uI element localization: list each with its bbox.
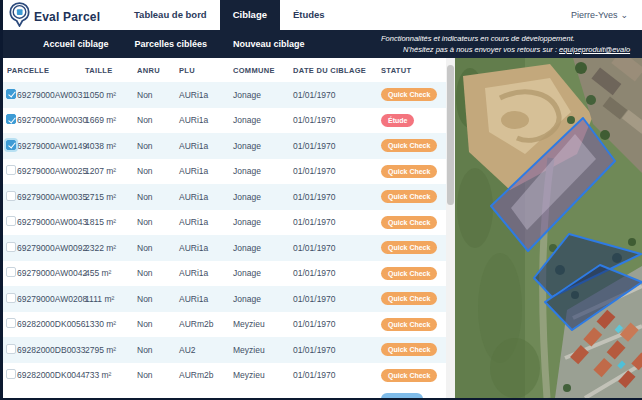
parcel-anru: Non (137, 268, 179, 278)
parcel-anru: Non (137, 370, 179, 380)
status-button[interactable]: Quick Check (381, 343, 437, 356)
parcel-commune: Meyzieu (233, 370, 293, 380)
status-button[interactable]: Quick Check (381, 369, 437, 382)
parcel-anru: Non (137, 345, 179, 355)
parcel-plu: AURi1a (179, 217, 233, 227)
parcel-id: 69279000AW0092 (17, 243, 85, 253)
parcel-commune: Meyzieu (233, 319, 293, 329)
row-checkbox[interactable] (6, 242, 16, 252)
parcel-plu: AURm2b (179, 319, 233, 329)
subnav-nouveau-ciblage[interactable]: Nouveau ciblage (233, 39, 305, 49)
status-button[interactable]: Quick Check (381, 267, 437, 280)
partial-status-button[interactable] (381, 393, 423, 398)
status-button[interactable]: Quick Check (381, 88, 437, 101)
parcel-id: 69279000AW0149 (17, 141, 85, 151)
tab-ciblage[interactable]: Ciblage (220, 0, 280, 30)
row-checkbox[interactable] (6, 165, 16, 175)
map-satellite[interactable] (455, 58, 642, 398)
parcel-commune: Jonage (233, 90, 293, 100)
dev-notice-line2: N'hésitez pas à nous envoyer vos retours… (403, 45, 630, 54)
table-row[interactable]: 69279000AW0042 455 m² Non AURi1a Jonage … (3, 261, 446, 287)
table-row[interactable]: 69282000DB0033 2795 m² Non AU2 Meyzieu 0… (3, 337, 446, 363)
tab-tableau-de-bord[interactable]: Tableau de bord (121, 0, 220, 30)
status-button[interactable]: Quick Check (381, 318, 437, 331)
parcel-plu: AU2 (179, 345, 233, 355)
parcel-anru: Non (137, 90, 179, 100)
parcel-taille: 2795 m² (85, 345, 137, 355)
parcel-anru: Non (137, 115, 179, 125)
parcel-date: 01/01/1970 (293, 319, 381, 329)
col-header-plu: PLU (179, 66, 233, 75)
parcel-date: 01/01/1970 (293, 166, 381, 176)
parcel-id: 69282000DB0033 (17, 345, 85, 355)
table-row[interactable]: 69279000AW0043 1815 m² Non AURi1a Jonage… (3, 210, 446, 236)
parcel-anru: Non (137, 166, 179, 176)
parcel-anru: Non (137, 141, 179, 151)
parcel-id: 69279000AW0208 (17, 294, 85, 304)
tab-etudes[interactable]: Études (280, 0, 338, 30)
row-checkbox[interactable] (6, 191, 16, 201)
parcel-commune: Jonage (233, 243, 293, 253)
parcel-id: 69279000AW0025 (17, 166, 85, 176)
subnav-accueil-ciblage[interactable]: Accueil ciblage (43, 39, 109, 49)
brand-name: Eval Parcel (34, 10, 100, 24)
table-row[interactable]: 69279000AW0208 1111 m² Non AURi1a Jonage… (3, 286, 446, 312)
status-button[interactable]: Quick Check (381, 139, 437, 152)
status-button[interactable]: Quick Check (381, 190, 437, 203)
table-row[interactable]: 69279000AW0092 2322 m² Non AURi1a Jonage… (3, 235, 446, 261)
logo[interactable]: Eval Parcel (9, 2, 100, 31)
status-button[interactable]: Quick Check (381, 216, 437, 229)
parcel-commune: Jonage (233, 217, 293, 227)
status-button[interactable]: Étude (381, 114, 414, 127)
dev-notice-line2-text: N'hésitez pas à nous envoyer vos retours… (403, 45, 559, 54)
parcel-commune: Jonage (233, 115, 293, 125)
parcel-date: 01/01/1970 (293, 141, 381, 151)
feedback-email-link[interactable]: equipeproduit@evalo (559, 45, 630, 54)
row-checkbox[interactable] (6, 344, 16, 354)
table-header-row: Parcelle Taille ANRU PLU Commune Date du… (3, 58, 446, 82)
table-body: 69279000AW0031 1050 m² Non AURi1a Jonage… (3, 82, 446, 388)
parcel-plu: AURi1a (179, 243, 233, 253)
col-header-parcelle: Parcelle (3, 66, 85, 75)
parcel-id: 69282000DK0056 (17, 319, 85, 329)
parcel-date: 01/01/1970 (293, 192, 381, 202)
table-row[interactable]: 69282000DK0044 733 m² Non AURm2b Meyzieu… (3, 363, 446, 389)
status-button[interactable]: Quick Check (381, 241, 437, 254)
subnav-parcelles-ciblees[interactable]: Parcelles ciblées (135, 39, 208, 49)
parcel-taille: 733 m² (85, 370, 137, 380)
dev-notice-line1: Fonctionnalités et indicateurs en cours … (381, 34, 575, 43)
col-header-commune: Commune (233, 66, 293, 75)
table-row[interactable]: 69279000AW0031 1050 m² Non AURi1a Jonage… (3, 82, 446, 108)
parcel-date: 01/01/1970 (293, 115, 381, 125)
row-checkbox[interactable] (6, 369, 16, 379)
parcel-anru: Non (137, 319, 179, 329)
parcel-plu: AURi1a (179, 294, 233, 304)
status-button[interactable]: Quick Check (381, 165, 437, 178)
user-name: Pierre-Yves (571, 0, 618, 30)
parcel-anru: Non (137, 192, 179, 202)
user-menu[interactable]: Pierre-Yves ⌄ (571, 0, 628, 30)
parcel-id: 69279000AW0042 (17, 268, 85, 278)
table-row[interactable]: 69279000AW0030 1669 m² Non AURi1a Jonage… (3, 108, 446, 134)
row-checkbox[interactable] (6, 114, 16, 124)
table-row[interactable]: 69279000AW0035 2715 m² Non AURi1a Jonage… (3, 184, 446, 210)
table-row[interactable]: 69282000DK0056 1330 m² Non AURm2b Meyzie… (3, 312, 446, 338)
parcel-id: 69279000AW0030 (17, 115, 85, 125)
parcel-anru: Non (137, 217, 179, 227)
parcel-commune: Jonage (233, 294, 293, 304)
parcel-id: 69279000AW0031 (17, 90, 85, 100)
status-button[interactable]: Quick Check (381, 292, 437, 305)
parcel-table: Parcelle Taille ANRU PLU Commune Date du… (3, 58, 446, 398)
row-checkbox[interactable] (6, 267, 16, 277)
scrollbar-thumb[interactable] (447, 65, 454, 205)
table-row[interactable]: 69279000AW0149 4038 m² Non AURi1a Jonage… (3, 133, 446, 159)
row-checkbox[interactable] (6, 216, 16, 226)
parcel-date: 01/01/1970 (293, 268, 381, 278)
parcel-id: 69279000AW0035 (17, 192, 85, 202)
parcel-plu: AURi1a (179, 90, 233, 100)
table-row[interactable]: 69279000AW0025 1207 m² Non AURi1a Jonage… (3, 159, 446, 185)
row-checkbox[interactable] (6, 318, 16, 328)
row-checkbox[interactable] (6, 140, 16, 150)
row-checkbox[interactable] (6, 89, 16, 99)
row-checkbox[interactable] (6, 293, 16, 303)
